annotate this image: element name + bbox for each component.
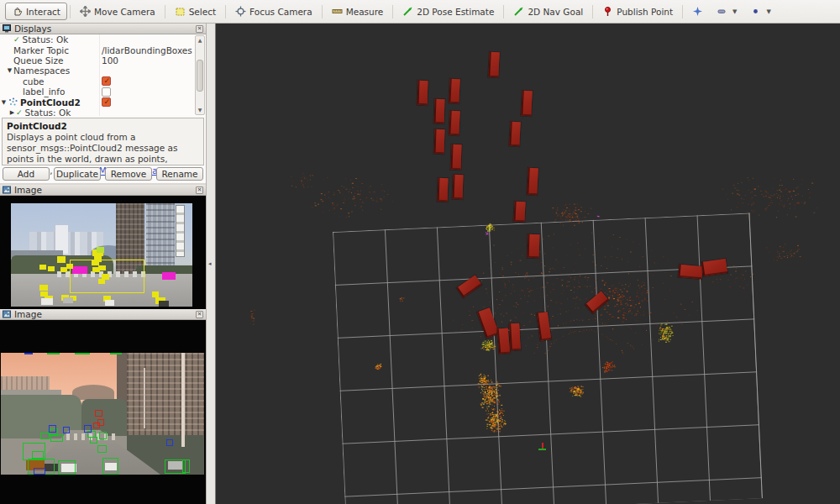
tool-interact[interactable]: Interact xyxy=(5,3,67,20)
displays-icon xyxy=(3,24,11,33)
tool-select[interactable]: Select xyxy=(168,3,223,20)
status-ok-check-icon: ✓ xyxy=(13,35,20,44)
tree-row-namespaces[interactable]: ▼Namespaces xyxy=(0,66,185,76)
tool-2d-pose-estimate[interactable]: 2D Pose Estimate xyxy=(396,3,501,20)
displays-panel: Displays ✕ ✓Status: OkMarker Topic/lidar… xyxy=(0,24,206,183)
tree-row-label: Namespaces xyxy=(13,66,70,76)
duplicate-button[interactable]: Duplicate xyxy=(54,167,101,181)
image1-detection-box xyxy=(57,256,66,263)
tree-row-marker-topic[interactable]: Marker Topic/lidarBoundingBoxes xyxy=(0,45,185,55)
scrollbar-thumb[interactable] xyxy=(197,60,203,92)
image-icon xyxy=(3,186,11,194)
toolbar-separator xyxy=(392,5,393,18)
image-panel-1-titlebar[interactable]: Image ✕ xyxy=(0,185,206,196)
left-panel-column: Displays ✕ ✓Status: OkMarker Topic/lidar… xyxy=(0,24,206,504)
displays-panel-titlebar[interactable]: Displays ✕ xyxy=(0,24,206,34)
image2-detection-box xyxy=(49,425,56,433)
toolbar: InteractMove CameraSelectFocus CameraMea… xyxy=(0,0,840,24)
tool-2d-nav-goal[interactable]: 2D Nav Goal xyxy=(507,3,590,20)
measure-icon xyxy=(332,6,343,17)
tool-focus-camera[interactable]: Focus Camera xyxy=(228,3,319,20)
image1-detection-box xyxy=(72,266,87,274)
tree-row-value[interactable]: 100 xyxy=(102,55,118,66)
add-button[interactable]: Add xyxy=(3,167,50,181)
displays-buttons: Add Duplicate Remove Rename xyxy=(0,167,206,181)
tree-row-status-ok[interactable]: ✓Status: Ok xyxy=(0,34,185,45)
image1-vehicle xyxy=(63,297,73,303)
lidar-box xyxy=(527,168,538,196)
3d-viewport[interactable] xyxy=(216,24,840,504)
camera-image-2 xyxy=(0,320,206,504)
image1-detection-box xyxy=(152,291,159,297)
lidar-box xyxy=(513,202,525,223)
image2-detection-box xyxy=(84,425,92,433)
tool-label: 2D Pose Estimate xyxy=(417,7,494,17)
tree-row-label: PointCloud2 xyxy=(20,97,81,108)
toolbar-separator xyxy=(682,5,683,18)
photo2-big-tower xyxy=(127,353,204,444)
expand-arrow-icon[interactable]: ▼ xyxy=(0,99,8,106)
pin-icon xyxy=(602,6,613,17)
image-1-close-icon[interactable]: ✕ xyxy=(196,186,203,194)
photo1-white-tower xyxy=(55,225,68,254)
checkbox-cube[interactable] xyxy=(102,76,111,86)
scrollbar-up-icon[interactable]: ▲ xyxy=(196,36,204,45)
tool-label: Move Camera xyxy=(94,7,155,17)
lidar-box xyxy=(433,99,444,123)
tool-measure[interactable]: Measure xyxy=(325,3,391,20)
image-panel-2-titlebar[interactable]: Image ✕ xyxy=(0,309,206,320)
display-description: PointCloud2 Displays a point cloud from … xyxy=(2,118,204,165)
toolbar-plus-button[interactable] xyxy=(685,3,710,20)
panel-splitter[interactable]: ◂ xyxy=(206,24,216,504)
image-2-close-icon[interactable]: ✕ xyxy=(196,311,203,318)
expand-arrow-icon[interactable]: ▼ xyxy=(6,67,13,74)
toolbar-separator xyxy=(592,5,593,18)
displays-panel-title: Displays xyxy=(14,24,192,34)
rename-button[interactable]: Rename xyxy=(156,167,203,181)
lidar-box xyxy=(450,144,461,170)
toolbar-dash-button[interactable]: ▼ xyxy=(710,3,743,20)
lidar-box xyxy=(417,81,428,105)
hand-icon xyxy=(12,6,23,17)
y-axis-marker xyxy=(538,449,546,450)
tree-row-label: label_info xyxy=(23,87,65,97)
tree-row-label_info[interactable]: label_info xyxy=(0,87,185,97)
toolbar-separator xyxy=(503,5,504,18)
toolbar-dot-button[interactable]: ▼ xyxy=(743,3,777,20)
tree-row-pointcloud2[interactable]: ▼PointCloud2 xyxy=(0,97,185,107)
tool-label: Interact xyxy=(26,7,60,17)
tree-row-queue-size[interactable]: Queue Size100 xyxy=(0,55,185,66)
tree-row-value[interactable]: /lidarBoundingBoxes xyxy=(102,45,192,55)
splitter-collapse-icon[interactable]: ◂ xyxy=(208,260,214,268)
tool-move-camera[interactable]: Move Camera xyxy=(73,3,162,20)
image-panel-1-title: Image xyxy=(14,185,192,195)
image1-detection-box xyxy=(162,272,176,280)
dot-icon xyxy=(750,6,761,17)
collapse-arrow-icon[interactable]: ▶ xyxy=(8,109,16,116)
tree-row-cube[interactable]: cube xyxy=(0,76,185,87)
lidar-box xyxy=(449,79,460,104)
remove-button[interactable]: Remove xyxy=(105,167,152,181)
image-panel-2: Image ✕ xyxy=(0,309,206,504)
tree-row-status-ok[interactable]: ▶✓Status: Ok xyxy=(0,108,185,116)
image2-detection-box xyxy=(110,353,122,354)
camera-photo-2 xyxy=(1,353,204,475)
checkbox-PointCloud2[interactable] xyxy=(102,97,111,107)
displays-close-icon[interactable]: ✕ xyxy=(196,25,203,33)
displays-tree-scrollbar[interactable]: ▲ ▼ xyxy=(195,35,205,115)
lidar-box xyxy=(521,91,533,117)
image2-detection-box xyxy=(182,459,190,473)
displays-tree[interactable]: ✓Status: OkMarker Topic/lidarBoundingBox… xyxy=(0,34,206,116)
tool-publish-point[interactable]: Publish Point xyxy=(596,3,680,20)
image2-detection-box xyxy=(32,451,44,459)
tree-row-label: Status: Ok xyxy=(25,108,71,116)
toolbar-separator xyxy=(225,5,226,18)
checkbox-label_info[interactable] xyxy=(102,87,111,97)
scrollbar-down-icon[interactable]: ▼ xyxy=(196,106,204,114)
image2-detection-box xyxy=(58,460,76,475)
image2-detection-box xyxy=(102,458,118,475)
lidar-box xyxy=(452,175,463,199)
image-icon xyxy=(3,310,11,318)
image1-vehicle xyxy=(105,300,114,306)
dash-icon xyxy=(717,6,727,17)
